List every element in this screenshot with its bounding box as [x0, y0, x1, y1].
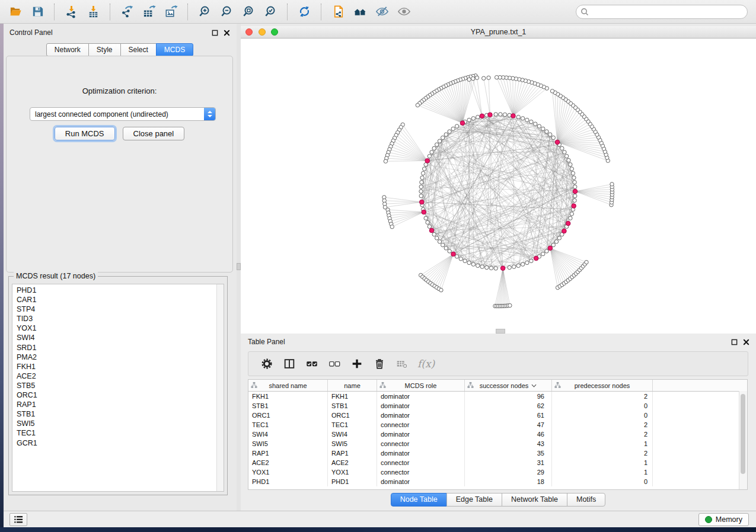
splitter-handle[interactable]	[237, 263, 241, 270]
new-network-file-button[interactable]	[328, 2, 348, 22]
cell-predecessor-nodes[interactable]: 1	[552, 458, 653, 467]
tab-network-table[interactable]: Network Table	[502, 493, 567, 507]
network-titlebar[interactable]: YPA_prune.txt_1	[241, 26, 756, 39]
select-all-button[interactable]	[305, 357, 319, 371]
cell-successor-nodes[interactable]: 43	[465, 439, 552, 448]
save-session-button[interactable]	[28, 2, 47, 22]
delete-button[interactable]	[372, 357, 387, 371]
zoom-fit-button[interactable]	[239, 2, 259, 22]
apply-layout-button[interactable]	[295, 2, 314, 22]
result-scrollbar[interactable]	[216, 284, 224, 491]
open-file-button[interactable]	[6, 2, 25, 22]
cell-shared-name[interactable]: YOX1	[248, 467, 328, 477]
cell-name[interactable]: ORC1	[328, 411, 377, 420]
cell-shared-name[interactable]: SWI5	[248, 439, 328, 448]
horizontal-splitter-handle[interactable]	[496, 329, 505, 334]
float-table-panel-button[interactable]	[730, 338, 738, 346]
cell-shared-name[interactable]: STB1	[248, 401, 328, 411]
export-image-button[interactable]	[161, 2, 181, 22]
task-history-button[interactable]	[9, 513, 27, 526]
table-row[interactable]: TEC1TEC1connector472	[248, 420, 747, 430]
tab-select[interactable]: Select	[120, 43, 157, 56]
cell-successor-nodes[interactable]: 62	[465, 401, 552, 411]
cell-name[interactable]: SWI4	[328, 430, 377, 439]
import-table-button[interactable]	[84, 2, 103, 22]
cell-successor-nodes[interactable]: 35	[465, 448, 552, 458]
table-row[interactable]: PHD1PHD1dominator180	[248, 477, 747, 486]
cell-shared-name[interactable]: TEC1	[248, 420, 328, 430]
cell-name[interactable]: SWI5	[328, 439, 377, 448]
import-network-button[interactable]	[62, 2, 81, 22]
cell-name[interactable]: YOX1	[328, 467, 377, 477]
cell-name[interactable]: RAP1	[328, 448, 377, 458]
table-row[interactable]: YOX1YOX1connector291	[248, 467, 747, 477]
mcds-node-item[interactable]: SRD1	[17, 343, 224, 352]
column-header-successor-nodes[interactable]: successor nodes	[465, 380, 552, 391]
table-row[interactable]: RAP1RAP1dominator352	[248, 448, 747, 458]
cell-predecessor-nodes[interactable]: 1	[552, 439, 653, 448]
cell-MCDS-role[interactable]: dominator	[377, 448, 465, 458]
cell-successor-nodes[interactable]: 31	[465, 458, 552, 467]
mcds-node-item[interactable]: ACE2	[17, 371, 224, 381]
tab-motifs[interactable]: Motifs	[567, 493, 605, 507]
mcds-node-item[interactable]: TEC1	[17, 428, 224, 438]
cell-predecessor-nodes[interactable]: 0	[552, 411, 653, 420]
delete-table-button[interactable]	[395, 357, 409, 371]
networks-overview-button[interactable]	[350, 2, 370, 22]
search-input[interactable]	[576, 5, 748, 19]
mcds-node-item[interactable]: STP4	[17, 305, 224, 314]
network-canvas[interactable]	[241, 39, 756, 334]
export-table-button[interactable]	[139, 2, 159, 22]
cell-shared-name[interactable]: ACE2	[248, 458, 328, 467]
mcds-node-item[interactable]: SWI4	[17, 333, 224, 342]
hide-graphics-details-button[interactable]	[372, 2, 392, 22]
close-table-panel-button[interactable]	[742, 338, 750, 346]
mcds-node-item[interactable]: PMA2	[17, 352, 224, 362]
cell-shared-name[interactable]: PHD1	[248, 477, 328, 486]
show-columns-button[interactable]	[282, 357, 296, 371]
cell-predecessor-nodes[interactable]: 2	[552, 420, 653, 430]
panel-splitter[interactable]	[237, 24, 241, 511]
cell-MCDS-role[interactable]: dominator	[377, 411, 465, 420]
export-network-button[interactable]	[117, 2, 137, 22]
cell-predecessor-nodes[interactable]: 0	[552, 401, 653, 411]
cell-name[interactable]: TEC1	[328, 420, 377, 430]
mcds-node-item[interactable]: STB5	[17, 381, 224, 390]
table-options-button[interactable]	[260, 357, 274, 371]
mcds-node-item[interactable]: TID3	[17, 314, 224, 323]
run-mcds-button[interactable]: Run MCDS	[55, 127, 115, 140]
column-header-MCDS-role[interactable]: MCDS role	[377, 380, 465, 391]
zoom-out-button[interactable]	[217, 2, 237, 22]
column-header-shared-name[interactable]: shared name	[248, 380, 328, 391]
zoom-selected-button[interactable]	[261, 2, 280, 22]
cell-MCDS-role[interactable]: connector	[377, 467, 465, 477]
mcds-node-item[interactable]: GCR1	[17, 438, 224, 448]
table-scrollbar[interactable]	[739, 391, 747, 489]
cell-MCDS-role[interactable]: dominator	[377, 430, 465, 439]
cell-successor-nodes[interactable]: 96	[465, 392, 552, 401]
mcds-node-item[interactable]: RAP1	[17, 400, 224, 409]
cell-successor-nodes[interactable]: 18	[465, 477, 552, 486]
cell-MCDS-role[interactable]: connector	[377, 458, 465, 467]
scrollbar-thumb[interactable]	[741, 394, 745, 474]
cell-successor-nodes[interactable]: 47	[465, 420, 552, 430]
cell-successor-nodes[interactable]: 61	[465, 411, 552, 420]
memory-button[interactable]: Memory	[698, 513, 749, 526]
close-mcds-panel-button[interactable]: Close panel	[123, 127, 185, 140]
tab-node-table[interactable]: Node Table	[391, 493, 447, 507]
add-button[interactable]	[350, 357, 364, 371]
mcds-node-item[interactable]: YOX1	[17, 323, 224, 333]
tab-mcds[interactable]: MCDS	[156, 43, 193, 56]
mcds-node-item[interactable]: STB1	[17, 409, 224, 419]
mcds-node-item[interactable]: FKH1	[17, 362, 224, 371]
mcds-node-item[interactable]: CAR1	[17, 295, 224, 305]
table-row[interactable]: ACE2ACE2connector311	[248, 458, 747, 467]
cell-MCDS-role[interactable]: connector	[377, 420, 465, 430]
cell-predecessor-nodes[interactable]: 2	[552, 430, 653, 439]
network-graph[interactable]	[241, 39, 756, 334]
table-row[interactable]: STB1STB1dominator620	[248, 401, 747, 411]
mcds-node-item[interactable]: ORC1	[17, 390, 224, 400]
tab-edge-table[interactable]: Edge Table	[446, 493, 502, 507]
cell-shared-name[interactable]: SWI4	[248, 430, 328, 439]
table-row[interactable]: ORC1ORC1dominator610	[248, 411, 747, 420]
